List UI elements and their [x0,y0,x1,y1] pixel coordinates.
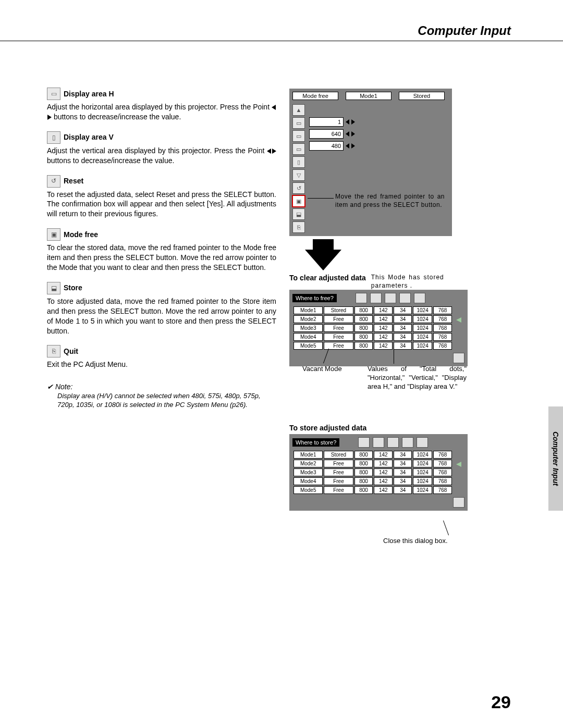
table-row: Mode1Stored800142341024768 [293,451,463,459]
value-cell: 1024 [413,460,432,467]
mode-cell: Mode4 [293,333,323,341]
value-cell: 1024 [413,486,432,494]
val-box: 1 [309,117,344,127]
table-row: Mode2Free800142341024768 [293,315,463,323]
close-leader [443,521,449,536]
clear-caption-row: To clear adjusted data This Mode has sto… [289,274,477,290]
value-cell: 1024 [413,451,432,459]
mode-cell: Mode3 [293,324,323,332]
status-cell: Free [324,315,353,323]
row-icon-2: ▭ [292,143,305,155]
value-cell: 800 [354,333,373,341]
value-cell: 142 [374,315,393,323]
value-cell: 768 [433,451,452,459]
col-icon [387,437,399,448]
value-cell: 142 [374,460,393,467]
col-icon [417,437,428,448]
dec-icon [346,131,349,137]
col-icon [373,437,384,448]
close-icon [453,353,464,363]
value-cell: 800 [354,342,373,350]
item-head-display-h: ▭ Display area H [47,88,276,100]
dlg-header-icons [356,293,425,303]
body-text: Exit the PC Adjust Menu. [47,360,276,369]
anno-close: Close this dialog box. [383,537,448,546]
store-dialog: Where to store? Mode1Stored8001423410247… [289,434,468,511]
value-cell: 34 [394,451,412,459]
mode-cell: Mode3 [293,468,323,476]
item-head-store: ⬓ Store [47,282,276,294]
value-cell: 142 [374,333,393,341]
value-cell: 1024 [413,315,432,323]
body-text: To reset the adjusted data, select Reset… [47,190,276,219]
item-title: Display area H [64,89,114,99]
reset-icon: ↺ [47,175,60,188]
body-text: To store adjusted data, move the red fra… [47,297,276,336]
point-left-icon [267,149,271,154]
panel-body: ▲ ▭ ▭ ▭ ▯ ▽ ↺ ▣ ⬓ ⎘ 1 [292,104,449,233]
close-icon [453,497,464,508]
item-title: Store [64,283,82,293]
value-cell: 768 [433,324,452,332]
anno-vacant: Vacant Mode [302,365,342,374]
table-row: Mode1Stored800142341024768 [293,306,463,314]
value-cell: 800 [354,451,373,459]
value-cell: 142 [374,324,393,332]
item-head-modefree: ▣ Mode free [47,228,276,241]
panel-callout: Move the red framed pointer to an item a… [335,193,445,209]
store-table: Mode1Stored800142341024768Mode2Free80014… [292,450,464,495]
value-cell: 142 [374,306,393,314]
value-cell: 34 [394,477,412,485]
status-cell: Free [324,486,353,494]
body-text: Adjust the horizontal area displayed by … [47,102,276,122]
col-icon [402,437,413,448]
value-cell: 34 [394,486,412,494]
value-cell: 34 [394,460,412,467]
page: Computer Input ▭ Display area H Adjust t… [0,0,563,728]
body-post: buttons to decrease/increase the value. [47,156,174,165]
row-icon-1: ▭ [292,130,305,142]
value-cell: 1024 [413,477,432,485]
modefree-icon: ▣ [47,228,60,241]
value-cell: 800 [354,468,373,476]
body-pre: Adjust the horizontal area displayed by … [47,103,272,111]
value-cell: 1024 [413,324,432,332]
value-cell: 768 [433,306,452,314]
val-row: 1 [309,117,355,127]
pointer-arrow-icon [456,317,461,323]
value-cell: 800 [354,460,373,467]
dlg-header-icons [358,437,428,448]
table-row: Mode4Free800142341024768 [293,477,463,485]
dlg-title: Where to store? [292,438,339,447]
table-row: Mode2Free800142341024768 [293,460,463,467]
note-head: ✔ Note: [47,382,276,392]
mode-cell: Mode5 [293,342,323,350]
tabs: Mode free Mode1 Stored [292,92,449,100]
value-cell: 768 [433,333,452,341]
status-cell: Free [324,333,353,341]
status-cell: Free [324,477,353,485]
hv-icon: ▭ [292,117,305,129]
item-title: Mode free [64,230,98,240]
body-post: buttons to decrease/increase the value. [52,113,181,121]
value-cell: 34 [394,315,412,323]
store-icon: ⬓ [292,208,305,220]
mode-cell: Mode1 [293,306,323,314]
col-icon [399,293,411,303]
body-text: Adjust the vertical area displayed by th… [47,146,276,166]
col-icon [414,293,425,303]
item-head-display-v: ▯ Display area V [47,131,276,144]
note-body: Display area (H/V) cannot be selected wh… [57,392,276,410]
item-head-quit: ⎘ Quit [47,345,276,357]
value-cell: 34 [394,333,412,341]
value-cell: 1024 [413,342,432,350]
side-tab-text: Computer Input [552,431,560,486]
dlg-head: Where to free? [292,293,464,303]
side-icons: ▲ ▭ ▭ ▭ ▯ ▽ ↺ ▣ ⬓ ⎘ [292,104,305,233]
col-icon [356,293,367,303]
status-cell: Stored [324,306,353,314]
value-cell: 768 [433,468,452,476]
item-title: Quit [64,347,78,356]
modefree-icon: ▣ [292,195,305,207]
value-cell: 768 [433,477,452,485]
